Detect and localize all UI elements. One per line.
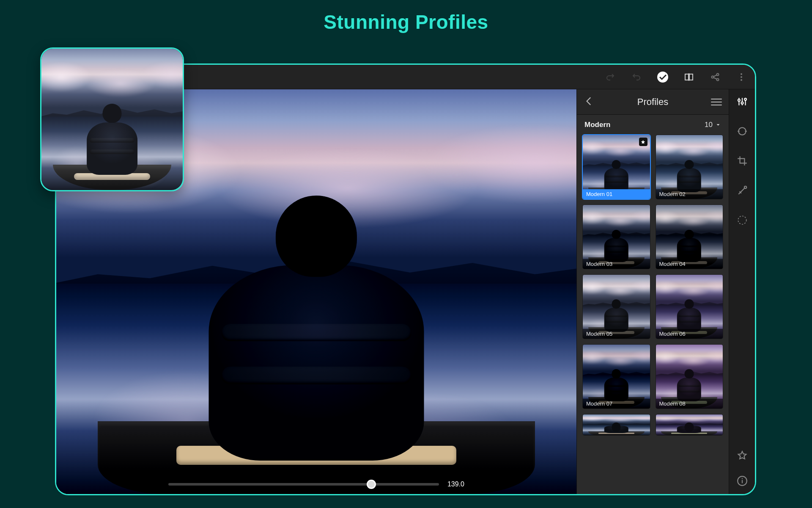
profile-tile[interactable]: Modern 07 (583, 345, 650, 409)
svg-rect-0 (685, 74, 689, 80)
profile-tile[interactable]: Modern 05 (583, 275, 650, 339)
info-icon[interactable] (735, 474, 749, 488)
adjust-sliders-icon[interactable] (735, 94, 749, 109)
radial-gradient-icon[interactable] (735, 213, 749, 227)
back-button[interactable] (584, 96, 595, 108)
before-after-icon[interactable] (683, 71, 695, 83)
svg-point-16 (744, 98, 746, 100)
profile-tile[interactable]: Modern 08 (656, 345, 723, 409)
svg-point-15 (741, 102, 743, 104)
profile-tile[interactable]: Modern 02 (656, 135, 723, 199)
profile-tile-label: Modern 04 (656, 259, 723, 269)
svg-point-17 (738, 127, 746, 135)
svg-rect-1 (689, 74, 693, 80)
profile-tile[interactable] (583, 414, 650, 436)
intensity-slider[interactable]: 139.0 (56, 480, 576, 488)
svg-point-14 (738, 99, 740, 101)
favorite-badge-icon (639, 138, 647, 146)
profile-tile[interactable]: Modern 01 (583, 135, 650, 199)
profile-tile-label: Modern 06 (656, 329, 723, 339)
tool-rail (729, 89, 755, 494)
profile-tile-label: Modern 01 (583, 189, 650, 199)
more-icon[interactable] (735, 71, 747, 83)
share-icon[interactable] (709, 71, 721, 83)
profiles-panel: Profiles Modern 10 Modern 01 Modern 0 (576, 89, 729, 494)
panel-title: Profiles (601, 97, 705, 108)
svg-line-7 (713, 77, 717, 79)
svg-point-9 (741, 76, 742, 78)
original-photo-thumbnail (40, 47, 184, 191)
promo-headline: Stunning Profiles (0, 11, 812, 33)
intensity-value: 139.0 (447, 480, 464, 488)
undo-icon (631, 71, 642, 83)
healing-brush-icon[interactable] (735, 183, 749, 198)
panel-menu-icon[interactable] (711, 99, 722, 105)
svg-point-10 (741, 79, 742, 81)
profile-tile[interactable]: Modern 04 (656, 205, 723, 269)
svg-rect-23 (741, 480, 742, 483)
profile-tile[interactable] (656, 414, 723, 436)
profile-tile-label: Modern 02 (656, 189, 723, 199)
profile-group-count-dropdown[interactable]: 10 (705, 121, 721, 129)
redo-icon (604, 71, 616, 83)
profile-tile[interactable]: Modern 03 (583, 205, 650, 269)
profile-tile-label: Modern 03 (583, 259, 650, 269)
profile-tile[interactable]: Modern 06 (656, 275, 723, 339)
profile-tile-label: Modern 08 (656, 399, 723, 409)
svg-rect-24 (741, 478, 742, 479)
profile-group-name: Modern (584, 121, 610, 129)
favorite-star-icon[interactable] (735, 448, 749, 463)
crop-icon[interactable] (735, 154, 749, 168)
profile-tile-label: Modern 05 (583, 329, 650, 339)
profile-tile-label: Modern 07 (583, 399, 650, 409)
svg-point-8 (741, 73, 742, 75)
svg-line-6 (713, 75, 717, 77)
svg-point-20 (744, 186, 746, 188)
svg-point-21 (738, 216, 746, 224)
target-adjust-icon[interactable] (735, 124, 749, 138)
apply-button[interactable] (657, 71, 669, 83)
